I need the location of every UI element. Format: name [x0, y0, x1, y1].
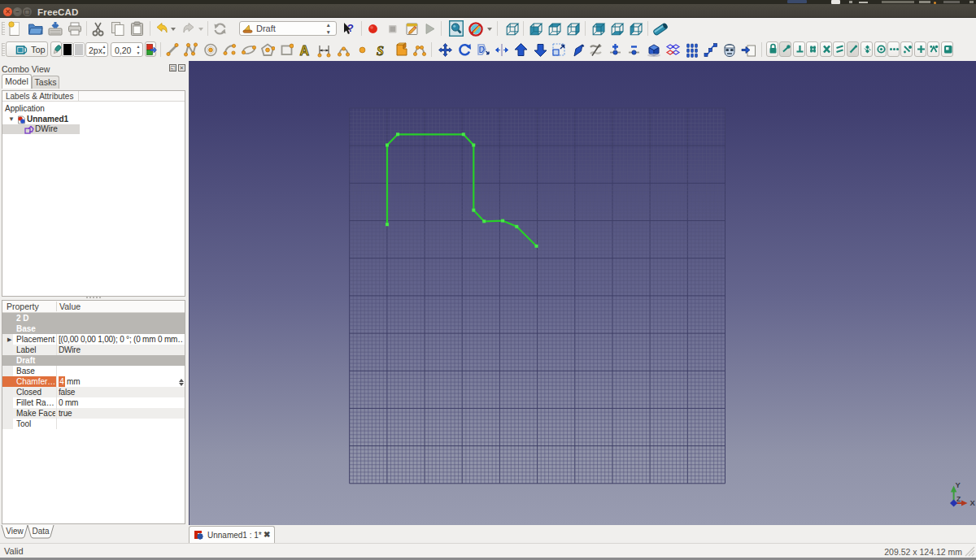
- svg-text:Y: Y: [956, 480, 961, 489]
- svg-text:A: A: [300, 44, 310, 58]
- svg-text:S: S: [377, 44, 384, 58]
- svg-text:?: ?: [347, 22, 354, 34]
- svg-text:Z: Z: [956, 495, 961, 503]
- svg-text:X: X: [970, 498, 976, 507]
